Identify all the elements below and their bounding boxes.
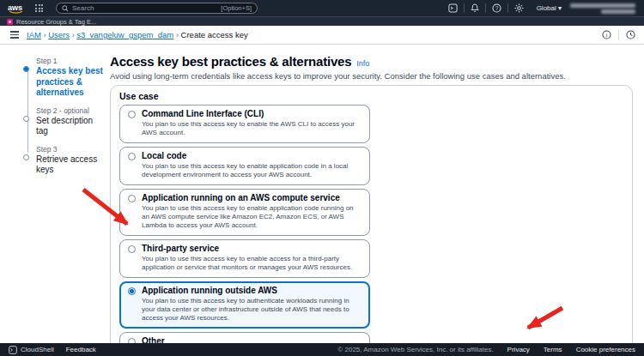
topbar-utilities: ? Global ▾ [442, 3, 637, 14]
step-2-set-description-tag[interactable]: Step 2 - optional Set description tag [24, 106, 103, 137]
radio-icon-selected [128, 287, 136, 295]
search-shortcut-hint: [Option+S] [221, 4, 252, 12]
cloudshell-footer-button[interactable]: CloudShell [9, 346, 54, 354]
svg-text:i: i [606, 32, 608, 38]
option-application-outside-aws[interactable]: Application running outside AWS You plan… [119, 281, 370, 329]
top-navigation-bar: aws [Option+S] ? Glob [0, 0, 644, 16]
step-3-retrieve-access-keys[interactable]: Step 3 Retrieve access keys [24, 145, 103, 176]
content-area: Step 1 Access key best practices & alter… [0, 45, 644, 343]
use-case-options: Command Line Interface (CLI) You plan to… [119, 105, 370, 356]
step-radio-icon [23, 154, 29, 160]
main-panel: Access key best practices & alternatives… [103, 45, 644, 343]
radio-icon [128, 153, 136, 160]
page-tools: i [602, 30, 635, 40]
cookie-preferences-link[interactable]: Cookie preferences [576, 346, 635, 353]
breadcrumb-separator: › [44, 31, 46, 39]
settings-gear-icon[interactable] [508, 3, 530, 13]
info-icon[interactable]: i [602, 30, 611, 39]
info-link[interactable]: Info [356, 59, 369, 68]
radio-icon [128, 195, 136, 202]
account-menu-redacted[interactable] [568, 3, 635, 14]
feedback-button[interactable]: Feedback [66, 346, 96, 353]
breadcrumb-iam[interactable]: IAM [27, 30, 41, 39]
divider [618, 30, 619, 40]
page-title: Access key best practices & alternatives [110, 54, 351, 69]
resource-groups-service-icon [7, 19, 13, 25]
option-cli[interactable]: Command Line Interface (CLI) You plan to… [119, 105, 370, 143]
step-radio-icon [23, 116, 29, 122]
cloudshell-icon[interactable] [442, 3, 464, 13]
aws-logo[interactable]: aws [7, 3, 26, 14]
favorites-item[interactable]: Resource Groups & Tag E... [16, 18, 96, 26]
side-menu-icon[interactable] [9, 29, 21, 39]
option-local-code[interactable]: Local code You plan to use this access k… [119, 147, 370, 185]
breadcrumb-current: Create access key [181, 30, 248, 39]
cloudshell-icon [9, 346, 17, 354]
option-aws-compute-service[interactable]: Application running on an AWS compute se… [119, 189, 370, 236]
global-search[interactable]: [Option+S] [56, 3, 258, 14]
breadcrumb-bar: IAM › Users › s3_vangeluw_gspem_dam › Cr… [0, 26, 644, 45]
radio-icon [128, 111, 136, 118]
breadcrumb-separator: › [72, 31, 75, 39]
search-icon [62, 5, 69, 12]
wizard-steps: Step 1 Access key best practices & alter… [0, 45, 103, 343]
radio-icon [128, 245, 136, 253]
search-input[interactable] [72, 4, 217, 12]
option-third-party-service[interactable]: Third-party service You plan to use this… [119, 239, 370, 278]
breadcrumb-user-name[interactable]: s3_vangeluw_gspem_dam [76, 30, 173, 39]
use-case-card: Use case Command Line Interface (CLI) Yo… [110, 85, 633, 356]
step-1-access-key-best-practices[interactable]: Step 1 Access key best practices & alter… [24, 57, 103, 99]
use-case-label: Use case [119, 91, 623, 101]
region-selector[interactable]: Global ▾ [530, 4, 568, 12]
notifications-bell-icon[interactable] [465, 3, 485, 13]
breadcrumb-users[interactable]: Users [48, 30, 70, 39]
services-menu-icon[interactable] [35, 4, 43, 12]
step-radio-icon [23, 66, 29, 72]
console-footer: CloudShell Feedback © 2025, Amazon Web S… [0, 343, 644, 356]
help-panel-icon[interactable] [626, 30, 635, 39]
svg-text:aws: aws [8, 3, 22, 12]
terms-link[interactable]: Terms [544, 346, 562, 353]
footer-legal: © 2025, Amazon Web Services, Inc. or its… [337, 346, 635, 353]
breadcrumb: IAM › Users › s3_vangeluw_gspem_dam › Cr… [27, 30, 248, 39]
help-icon[interactable]: ? [486, 3, 507, 13]
aws-console-page: aws [Option+S] ? Glob [0, 0, 644, 356]
svg-text:?: ? [495, 5, 498, 11]
copyright-text: © 2025, Amazon Web Services, Inc. or its… [337, 346, 493, 353]
breadcrumb-separator: › [176, 31, 179, 39]
privacy-link[interactable]: Privacy [507, 346, 530, 353]
page-subtitle: Avoid using long-term credentials like a… [110, 71, 633, 81]
favorites-bar: Resource Groups & Tag E... [0, 16, 644, 26]
